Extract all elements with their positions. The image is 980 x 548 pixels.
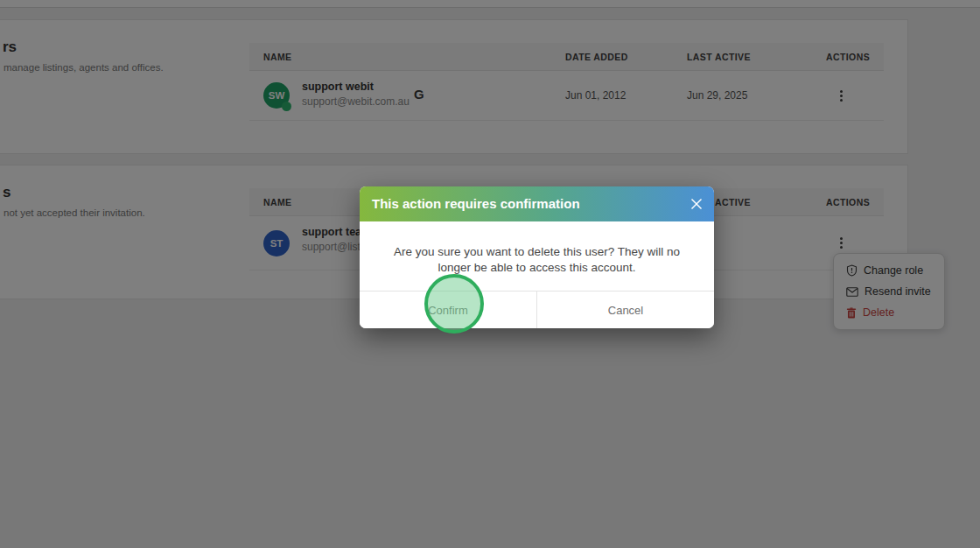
dialog-footer: Confirm Cancel: [360, 291, 714, 328]
dialog-message: Are you sure you want to delete this use…: [360, 221, 714, 275]
confirmation-dialog: This action requires confirmation Are yo…: [360, 186, 714, 328]
confirm-button[interactable]: Confirm: [360, 292, 537, 328]
cancel-button[interactable]: Cancel: [537, 292, 714, 328]
dialog-header: This action requires confirmation: [360, 186, 714, 221]
dialog-title: This action requires confirmation: [372, 186, 580, 221]
close-icon[interactable]: [689, 196, 704, 212]
